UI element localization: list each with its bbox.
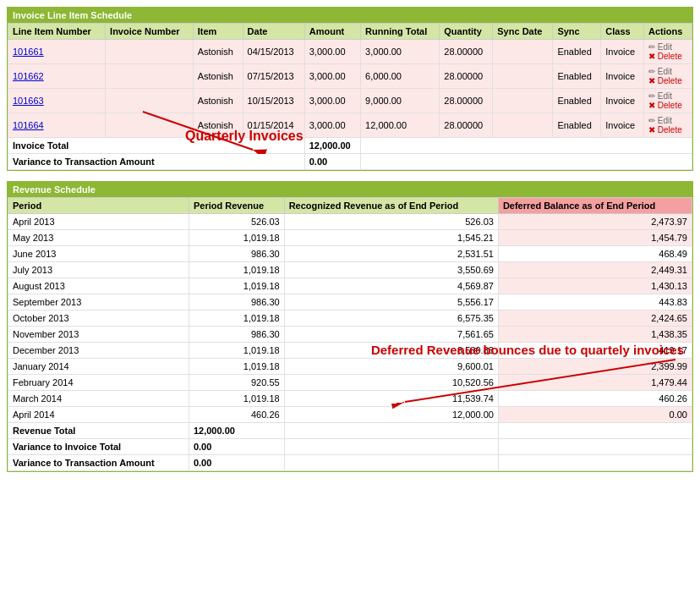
revenue-section: Revenue Schedule Period Period Revenue R… xyxy=(7,181,693,472)
rev-period-revenue: 1,019.18 xyxy=(189,343,284,359)
invoice-item: Astonish xyxy=(193,113,243,138)
rev-period: November 2013 xyxy=(8,327,189,343)
invoice-running-total: 6,000.00 xyxy=(361,64,440,89)
rev-period: October 2013 xyxy=(8,310,189,327)
rev-period: May 2013 xyxy=(8,230,189,246)
edit-link[interactable]: Edit xyxy=(648,116,687,125)
invoice-sync-date xyxy=(493,64,553,89)
invoice-actions: Edit Delete xyxy=(644,40,692,64)
col-invoice-number: Invoice Number xyxy=(106,24,194,40)
col-amount: Amount xyxy=(304,24,360,40)
rev-recognized: 7,561.65 xyxy=(284,327,498,343)
rev-period: December 2013 xyxy=(8,343,189,359)
revenue-table-row: May 2013 1,019.18 1,545.21 1,454.79 xyxy=(8,230,692,246)
revenue-table-row: June 2013 986.30 2,531.51 468.49 xyxy=(8,246,692,262)
rev-period: April 2014 xyxy=(8,407,189,423)
revenue-table-row: December 2013 1,019.18 8,580.83 419.17 xyxy=(8,343,692,359)
invoice-sync: Enabled xyxy=(553,64,601,89)
revenue-table-row: August 2013 1,019.18 4,569.87 1,430.13 xyxy=(8,278,692,294)
invoice-actions: Edit Delete xyxy=(644,64,692,89)
rev-deferred: 2,449.31 xyxy=(498,262,692,278)
invoice-item: Astonish xyxy=(193,89,243,113)
revenue-table-row: September 2013 986.30 5,556.17 443.83 xyxy=(8,294,692,310)
invoice-line-item[interactable]: 101663 xyxy=(8,89,106,113)
delete-link[interactable]: Delete xyxy=(648,101,687,110)
col-actions: Actions xyxy=(644,24,692,40)
variance-label: Variance to Transaction Amount xyxy=(8,154,305,170)
rev-variance-invoice-value: 0.00 xyxy=(189,439,284,455)
rev-period-revenue: 1,019.18 xyxy=(189,359,284,375)
invoice-section: Invoice Line Item Schedule Line Item Num… xyxy=(7,7,693,171)
revenue-table-row: November 2013 986.30 7,561.65 1,438.35 xyxy=(8,327,692,343)
col-sync: Sync xyxy=(553,24,601,40)
invoice-actions: Edit Delete xyxy=(644,113,692,138)
revenue-table-row: October 2013 1,019.18 6,575.35 2,424.65 xyxy=(8,310,692,327)
revenue-table-row: February 2014 920.55 10,520.56 1,479.44 xyxy=(8,375,692,391)
rev-period-revenue: 1,019.18 xyxy=(189,391,284,407)
invoice-line-item[interactable]: 101662 xyxy=(8,64,106,89)
rev-period: April 2013 xyxy=(8,214,189,230)
invoice-sync-date xyxy=(493,89,553,113)
col-line-item-number: Line Item Number xyxy=(8,24,106,40)
rev-recognized: 3,550.69 xyxy=(284,262,498,278)
invoice-sync: Enabled xyxy=(553,40,601,64)
rev-recognized: 526.03 xyxy=(284,214,498,230)
invoice-section-header: Invoice Line Item Schedule xyxy=(8,8,692,23)
invoice-quantity: 28.00000 xyxy=(440,113,493,138)
rev-period: August 2013 xyxy=(8,278,189,294)
rev-deferred: 468.49 xyxy=(498,246,692,262)
delete-link[interactable]: Delete xyxy=(648,52,687,61)
revenue-section-header: Revenue Schedule xyxy=(8,182,692,197)
revenue-table-row: March 2014 1,019.18 11,539.74 460.26 xyxy=(8,391,692,407)
rev-variance-transaction-label: Variance to Transaction Amount xyxy=(8,455,189,471)
invoice-number-cell xyxy=(106,64,194,89)
revenue-table-row: January 2014 1,019.18 9,600.01 2,399.99 xyxy=(8,359,692,375)
rev-period-revenue: 986.30 xyxy=(189,294,284,310)
rev-deferred: 2,424.65 xyxy=(498,310,692,327)
rev-recognized: 12,000.00 xyxy=(284,407,498,423)
rev-total-value: 12,000.00 xyxy=(189,423,284,439)
invoice-table-row: 101661 Astonish 04/15/2013 3,000.00 3,00… xyxy=(8,40,692,64)
col-quantity: Quantity xyxy=(440,24,493,40)
invoice-amount: 3,000.00 xyxy=(304,40,360,64)
invoice-line-item[interactable]: 101664 xyxy=(8,113,106,138)
rev-period-revenue: 460.26 xyxy=(189,407,284,423)
invoice-table: Line Item Number Invoice Number Item Dat… xyxy=(8,23,692,170)
rev-recognized: 9,600.01 xyxy=(284,359,498,375)
invoice-table-row: 101662 Astonish 07/15/2013 3,000.00 6,00… xyxy=(8,64,692,89)
rev-col-period-revenue: Period Revenue xyxy=(189,198,284,214)
invoice-date: 07/15/2013 xyxy=(243,64,304,89)
rev-recognized: 4,569.87 xyxy=(284,278,498,294)
invoice-sync: Enabled xyxy=(553,89,601,113)
rev-period: January 2014 xyxy=(8,359,189,375)
edit-link[interactable]: Edit xyxy=(648,91,687,101)
invoice-sync-date xyxy=(493,113,553,138)
rev-period: June 2013 xyxy=(8,246,189,262)
rev-period-revenue: 1,019.18 xyxy=(189,230,284,246)
rev-recognized: 6,575.35 xyxy=(284,310,498,327)
rev-deferred: 1,454.79 xyxy=(498,230,692,246)
invoice-line-item[interactable]: 101661 xyxy=(8,40,106,64)
rev-period-revenue: 1,019.18 xyxy=(189,310,284,327)
rev-deferred: 460.26 xyxy=(498,391,692,407)
rev-col-recognized: Recognized Revenue as of End Period xyxy=(284,198,498,214)
invoice-amount: 3,000.00 xyxy=(304,64,360,89)
invoice-date: 01/15/2014 xyxy=(243,113,304,138)
invoice-number-cell xyxy=(106,113,194,138)
invoice-table-row: 101664 Astonish 01/15/2014 3,000.00 12,0… xyxy=(8,113,692,138)
invoice-running-total: 9,000.00 xyxy=(361,89,440,113)
delete-link[interactable]: Delete xyxy=(648,76,687,85)
delete-link[interactable]: Delete xyxy=(648,125,687,135)
invoice-item: Astonish xyxy=(193,40,243,64)
edit-link[interactable]: Edit xyxy=(648,42,687,52)
rev-recognized: 8,580.83 xyxy=(284,343,498,359)
rev-recognized: 11,539.74 xyxy=(284,391,498,407)
rev-deferred: 1,430.13 xyxy=(498,278,692,294)
invoice-table-row: 101663 Astonish 10/15/2013 3,000.00 9,00… xyxy=(8,89,692,113)
invoice-class: Invoice xyxy=(601,89,644,113)
invoice-amount: 3,000.00 xyxy=(304,113,360,138)
rev-col-period: Period xyxy=(8,198,189,214)
invoice-sync-date xyxy=(493,40,553,64)
edit-link[interactable]: Edit xyxy=(648,67,687,76)
invoice-actions: Edit Delete xyxy=(644,89,692,113)
